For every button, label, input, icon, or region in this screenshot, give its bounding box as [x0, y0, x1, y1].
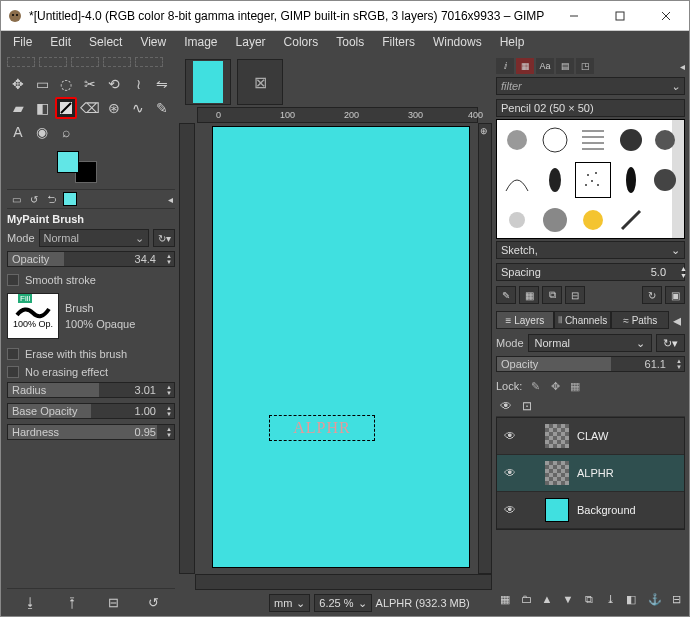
text-tool[interactable]: A: [7, 121, 29, 143]
opacity-slider[interactable]: Opacity 34.4 ▲▼: [7, 251, 175, 267]
document-tab[interactable]: [185, 59, 231, 105]
reset-preset-icon[interactable]: ↺: [148, 595, 159, 610]
bucket-tool[interactable]: ▰: [7, 97, 29, 119]
tab-channels[interactable]: ⦀Channels: [554, 311, 612, 329]
menu-tools[interactable]: Tools: [328, 33, 372, 51]
close-document-tab[interactable]: ⊠: [237, 59, 283, 105]
tab-paths[interactable]: ≈Paths: [611, 311, 669, 329]
layer-item-alphr[interactable]: 👁 ALPHR: [497, 455, 684, 492]
smooth-stroke-checkbox[interactable]: Smooth stroke: [7, 274, 175, 286]
lock-alpha-icon[interactable]: ▦: [568, 379, 582, 393]
brush-preset-dropdown[interactable]: Sketch,⌄: [496, 241, 685, 259]
menu-view[interactable]: View: [132, 33, 174, 51]
no-erasing-effect-checkbox[interactable]: No erasing effect: [7, 366, 175, 378]
new-group-icon[interactable]: 🗀: [517, 590, 535, 608]
ruler-horizontal[interactable]: 0 100 200 300 400: [197, 107, 478, 123]
selection-marquee[interactable]: ALPHR: [269, 415, 375, 441]
device-status-tab[interactable]: ↺: [27, 192, 41, 206]
radius-slider[interactable]: Radius 3.01 ▲▼: [7, 382, 175, 398]
merge-down-icon[interactable]: ⤓: [601, 590, 619, 608]
erase-with-brush-checkbox[interactable]: Erase with this brush: [7, 348, 175, 360]
free-select-tool[interactable]: ◌: [55, 73, 77, 95]
new-brush-icon[interactable]: ▦: [519, 286, 539, 304]
raise-layer-icon[interactable]: ▲: [538, 590, 556, 608]
mypaint-brush-tool[interactable]: [55, 97, 77, 119]
clone-tool[interactable]: ⊛: [103, 97, 125, 119]
visibility-toggle[interactable]: 👁: [501, 466, 519, 480]
move-tool[interactable]: ✥: [7, 73, 29, 95]
undo-history-tab[interactable]: ⮌: [45, 192, 59, 206]
menu-select[interactable]: Select: [81, 33, 130, 51]
unit-dropdown[interactable]: mm⌄: [269, 594, 310, 612]
history-dock-tab[interactable]: ▤: [556, 58, 574, 74]
reset-mode-button[interactable]: ↻▾: [153, 229, 175, 247]
blend-mode-dropdown[interactable]: Normal⌄: [39, 229, 149, 247]
eraser-tool[interactable]: ⌫: [79, 97, 101, 119]
menu-colors[interactable]: Colors: [276, 33, 327, 51]
zoom-tool[interactable]: ⌕: [55, 121, 77, 143]
delete-brush-icon[interactable]: ⊟: [565, 286, 585, 304]
gradient-tool[interactable]: ◧: [31, 97, 53, 119]
lock-position-icon[interactable]: ✥: [548, 379, 562, 393]
menu-layer[interactable]: Layer: [228, 33, 274, 51]
menu-filters[interactable]: Filters: [374, 33, 423, 51]
gradients-dock-tab[interactable]: ◳: [576, 58, 594, 74]
rect-select-tool[interactable]: ▭: [31, 73, 53, 95]
brush-preview[interactable]: Fill 100% Op.: [7, 293, 59, 339]
minimize-button[interactable]: [551, 1, 597, 31]
fonts-dock-tab[interactable]: Aa: [536, 58, 554, 74]
flip-tool[interactable]: ⇋: [151, 73, 173, 95]
menu-file[interactable]: File: [5, 33, 40, 51]
mask-layer-icon[interactable]: ◧: [622, 590, 640, 608]
delete-layer-icon[interactable]: ⊟: [667, 590, 685, 608]
canvas-page[interactable]: ALPHR: [213, 127, 469, 567]
transform-tool[interactable]: ⟲: [103, 73, 125, 95]
duplicate-brush-icon[interactable]: ⧉: [542, 286, 562, 304]
warp-tool[interactable]: ≀: [127, 73, 149, 95]
menu-help[interactable]: Help: [492, 33, 533, 51]
dock-menu-icon[interactable]: ◂: [168, 194, 173, 205]
new-layer-icon[interactable]: ▦: [496, 590, 514, 608]
menu-windows[interactable]: Windows: [425, 33, 490, 51]
zoom-dropdown[interactable]: 6.25 %⌄: [314, 594, 371, 612]
tool-options-tab[interactable]: ▭: [9, 192, 23, 206]
lower-layer-icon[interactable]: ▼: [559, 590, 577, 608]
crop-tool[interactable]: ✂: [79, 73, 101, 95]
brush-filter-input[interactable]: filter⌄: [496, 77, 685, 95]
duplicate-layer-icon[interactable]: ⧉: [580, 590, 598, 608]
fg-color-swatch[interactable]: [57, 151, 79, 173]
hardness-slider[interactable]: Hardness 0.95 ▲▼: [7, 424, 175, 440]
brushes-dock-tab[interactable]: ⅈ: [496, 58, 514, 74]
menu-edit[interactable]: Edit: [42, 33, 79, 51]
restore-preset-icon[interactable]: ⭱: [66, 595, 79, 610]
layer-mode-reset-button[interactable]: ↻▾: [656, 334, 685, 352]
visibility-toggle[interactable]: 👁: [501, 429, 519, 443]
close-button[interactable]: [643, 1, 689, 31]
save-preset-icon[interactable]: ⭳: [24, 595, 37, 610]
layer-dock-menu-icon[interactable]: ◂: [669, 311, 685, 330]
horizontal-scrollbar[interactable]: [195, 574, 492, 590]
layer-item-background[interactable]: 👁 Background: [497, 492, 684, 529]
fg-color-tab[interactable]: [63, 192, 77, 206]
brush-grid[interactable]: [496, 119, 685, 239]
refresh-brushes-icon[interactable]: ↻: [642, 286, 662, 304]
visibility-toggle[interactable]: 👁: [501, 503, 519, 517]
open-as-image-icon[interactable]: ▣: [665, 286, 685, 304]
color-picker-tool[interactable]: ◉: [31, 121, 53, 143]
maximize-button[interactable]: [597, 1, 643, 31]
base-opacity-slider[interactable]: Base Opacity 1.00 ▲▼: [7, 403, 175, 419]
tab-layers[interactable]: ≡Layers: [496, 311, 554, 329]
patterns-dock-tab[interactable]: ▦: [516, 58, 534, 74]
layer-mode-dropdown[interactable]: Normal⌄: [528, 334, 652, 352]
layer-opacity-slider[interactable]: Opacity 61.1 ▲▼: [496, 356, 685, 372]
brush-spacing-slider[interactable]: Spacing5.0▲▼: [496, 263, 685, 281]
canvas-viewport[interactable]: ALPHR: [195, 123, 478, 574]
right-dock-menu-icon[interactable]: ◂: [680, 61, 685, 72]
path-tool[interactable]: ✎: [151, 97, 173, 119]
ruler-vertical[interactable]: [179, 123, 195, 574]
menu-image[interactable]: Image: [176, 33, 225, 51]
color-swatches[interactable]: [57, 151, 97, 183]
layer-item-claw[interactable]: 👁 CLAW: [497, 418, 684, 455]
anchor-layer-icon[interactable]: ⚓: [646, 590, 664, 608]
delete-preset-icon[interactable]: ⊟: [108, 595, 119, 610]
